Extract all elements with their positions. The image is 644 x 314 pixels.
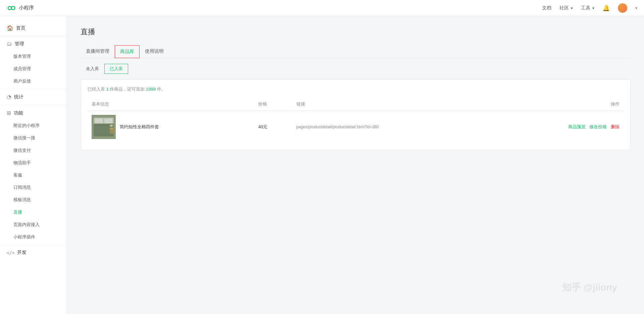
topnav: 小程序 文档 社区 ▾ 工具 ▾ 🔔 ▾ <box>0 0 644 16</box>
delete-button[interactable]: 删除 <box>611 124 620 129</box>
subtab-added[interactable]: 已入库 <box>104 64 128 74</box>
product-basic-info-cell: 简约知性全棉四件套 <box>88 111 254 143</box>
product-count: 1 <box>106 87 109 92</box>
sidebar-item-page-content[interactable]: 页面内容接入 <box>0 219 67 231</box>
sidebar-item-home[interactable]: 🏠 首页 <box>0 21 67 35</box>
svg-rect-8 <box>104 119 112 123</box>
sidebar-item-wechat-search[interactable]: 微信搜一搜 <box>0 132 67 144</box>
nav-community-link[interactable]: 社区 ▾ <box>559 5 573 11</box>
sidebar-item-wechat-pay[interactable]: 微信支付 <box>0 144 67 157</box>
stats-icon: ◔ <box>7 94 11 100</box>
product-link-cell: pages/productdetail/productdetail.html?i… <box>292 111 492 143</box>
edit-price-button[interactable]: 修改价格 <box>589 124 607 129</box>
sidebar-item-live[interactable]: 直播 <box>0 206 67 219</box>
product-image <box>92 115 116 139</box>
sidebar-item-nearby[interactable]: 附近的小程序 <box>0 120 67 132</box>
col-header-link: 链接 <box>292 98 492 111</box>
svg-rect-7 <box>95 119 103 123</box>
sidebar-section-features: ⊞ 功能 附近的小程序 微信搜一搜 微信支付 物流助手 客服 订阅消息 模板消息… <box>0 106 67 245</box>
tab-room-manage[interactable]: 直播间管理 <box>80 45 115 58</box>
tools-dropdown-icon: ▾ <box>592 6 594 10</box>
info-bar: 已经入库 1 件商品，还可添加 1999 件。 <box>88 86 624 92</box>
col-header-basic-info: 基本信息 <box>88 98 254 111</box>
dev-icon: </> <box>7 250 14 255</box>
divider <box>0 36 67 36</box>
svg-rect-10 <box>110 129 114 134</box>
tab-instructions[interactable]: 使用说明 <box>140 45 169 58</box>
home-icon: 🏠 <box>7 25 13 31</box>
sidebar-item-template-msg[interactable]: 模板消息 <box>0 194 67 206</box>
sidebar-item-subscribe-msg[interactable]: 订阅消息 <box>0 181 67 194</box>
sidebar-item-customer-service[interactable]: 客服 <box>0 169 67 182</box>
user-avatar[interactable] <box>618 3 627 13</box>
tab-products[interactable]: 商品库 <box>115 45 140 58</box>
divider <box>0 105 67 105</box>
topnav-left: 小程序 <box>7 3 34 13</box>
divider <box>0 89 67 89</box>
product-table: 基本信息 价格 链接 操作 <box>88 98 624 143</box>
sidebar-item-plugin[interactable]: 小程序插件 <box>0 231 67 243</box>
product-info: 简约知性全棉四件套 <box>92 115 250 139</box>
sidebar-group-manage[interactable]: 🗂 管理 <box>0 38 67 50</box>
sidebar-item-logistics[interactable]: 物流助手 <box>0 157 67 169</box>
sidebar-item-feedback[interactable]: 用户反馈 <box>0 75 67 88</box>
user-dropdown-icon[interactable]: ▾ <box>635 6 637 10</box>
subtab-not-added[interactable]: 未入库 <box>80 64 104 74</box>
layout: 🏠 首页 🗂 管理 版本管理 成员管理 用户反馈 ◔ 统计 <box>0 16 644 314</box>
sidebar-section-home: 🏠 首页 <box>0 21 67 36</box>
preview-button[interactable]: 商品预览 <box>568 124 586 129</box>
col-header-price: 价格 <box>254 98 292 111</box>
sidebar-item-version[interactable]: 版本管理 <box>0 50 67 63</box>
sidebar: 🏠 首页 🗂 管理 版本管理 成员管理 用户反馈 ◔ 统计 <box>0 16 67 314</box>
sidebar-item-members[interactable]: 成员管理 <box>0 63 67 75</box>
logo-icon <box>7 3 16 13</box>
table-row: 简约知性全棉四件套 40元 pages/productdetail/produc… <box>88 111 624 143</box>
main-content: 直播 直播间管理 商品库 使用说明 未入库 已入库 已经入库 1 件商品，还可添… <box>67 16 644 314</box>
remaining-count: 1999 <box>146 87 156 92</box>
col-header-actions: 操作 <box>492 98 624 111</box>
svg-point-13 <box>110 125 113 127</box>
app-title: 小程序 <box>19 5 34 11</box>
content-area: 已经入库 1 件商品，还可添加 1999 件。 基本信息 价格 链接 操作 <box>80 79 631 150</box>
manage-icon: 🗂 <box>7 41 12 47</box>
sidebar-section-dev: </> 开发 <box>0 246 67 259</box>
sidebar-item-stats[interactable]: ◔ 统计 <box>0 90 67 103</box>
main-tabs: 直播间管理 商品库 使用说明 <box>80 45 631 58</box>
product-thumbnail <box>92 115 116 139</box>
features-icon: ⊞ <box>7 110 11 116</box>
topnav-right: 文档 社区 ▾ 工具 ▾ 🔔 ▾ <box>542 3 637 13</box>
notification-bell-icon[interactable]: 🔔 <box>602 4 610 12</box>
product-price-cell: 40元 <box>254 111 292 143</box>
page-title: 直播 <box>80 27 631 37</box>
sidebar-section-manage: 🗂 管理 版本管理 成员管理 用户反馈 <box>0 38 67 89</box>
product-actions-cell: 商品预览 修改价格 删除 <box>492 111 624 143</box>
nav-tools-link[interactable]: 工具 ▾ <box>581 5 594 11</box>
divider <box>0 244 67 245</box>
nav-docs-link[interactable]: 文档 <box>542 5 551 11</box>
product-name: 简约知性全棉四件套 <box>120 124 159 130</box>
sidebar-section-stats: ◔ 统计 <box>0 90 67 105</box>
subtabs: 未入库 已入库 <box>80 58 631 74</box>
sidebar-item-dev[interactable]: </> 开发 <box>0 246 67 259</box>
sidebar-group-features[interactable]: ⊞ 功能 <box>0 106 67 120</box>
community-dropdown-icon: ▾ <box>571 6 573 10</box>
